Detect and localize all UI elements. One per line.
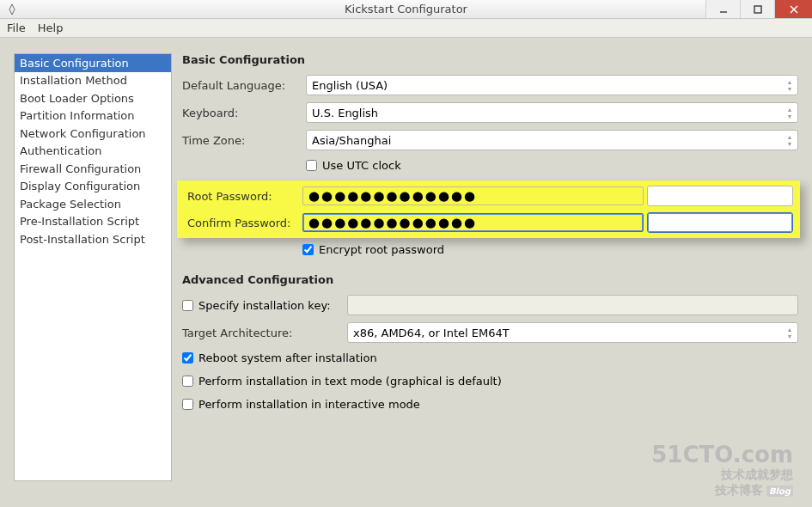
label-text-mode: Perform installation in text mode (graph…	[198, 375, 502, 388]
spinner-icon: ▴▾	[784, 132, 796, 148]
window-controls	[705, 0, 812, 18]
checkbox-text-mode[interactable]	[182, 376, 193, 387]
label-default-language: Default Language:	[182, 79, 302, 92]
checkbox-encrypt-root[interactable]	[302, 244, 314, 255]
menu-file[interactable]: File	[7, 21, 26, 34]
maximize-button[interactable]	[740, 0, 774, 18]
sidebar-item-pre-installation-script[interactable]: Pre-Installation Script	[15, 213, 171, 231]
sidebar-item-firewall-configuration[interactable]: Firewall Configuration	[15, 160, 171, 178]
input-root-password-tail[interactable]	[647, 186, 793, 206]
label-encrypt-root: Encrypt root password	[319, 243, 444, 256]
combo-target-arch[interactable]: x86, AMD64, or Intel EM64T ▴▾	[347, 322, 798, 343]
section-title-basic: Basic Configuration	[182, 53, 798, 66]
checkbox-reboot[interactable]	[182, 352, 193, 363]
input-installation-key[interactable]	[347, 295, 798, 315]
combo-keyboard-value: U.S. English	[312, 107, 378, 119]
label-use-utc: Use UTC clock	[322, 159, 401, 172]
sidebar-item-partition-information[interactable]: Partition Information	[15, 107, 171, 125]
minimize-button[interactable]	[705, 0, 740, 18]
section-title-advanced: Advanced Configuration	[182, 273, 798, 286]
label-target-arch: Target Architecture:	[182, 327, 347, 339]
svg-rect-1	[754, 6, 761, 13]
sidebar-item-authentication[interactable]: Authentication	[15, 143, 171, 161]
sidebar-item-installation-method[interactable]: Installation Method	[15, 72, 171, 90]
checkbox-specify-key[interactable]	[182, 300, 193, 311]
input-confirm-password-tail[interactable]	[647, 212, 793, 233]
sidebar-item-package-selection[interactable]: Package Selection	[15, 195, 171, 213]
input-confirm-password[interactable]	[302, 213, 644, 232]
spinner-icon: ▴▾	[784, 105, 796, 120]
combo-default-language[interactable]: English (USA) ▴▾	[306, 75, 798, 95]
combo-target-arch-value: x86, AMD64, or Intel EM64T	[353, 327, 510, 339]
label-keyboard: Keyboard:	[182, 107, 302, 119]
sidebar-item-network-configuration[interactable]: Network Configuration	[15, 125, 171, 143]
sidebar-item-boot-loader-options[interactable]: Boot Loader Options	[15, 89, 171, 107]
sidebar-item-basic-configuration[interactable]: Basic Configuration	[15, 54, 171, 72]
spinner-icon: ▴▾	[784, 77, 796, 93]
label-time-zone: Time Zone:	[182, 134, 302, 147]
checkbox-use-utc[interactable]	[306, 160, 317, 171]
combo-time-zone[interactable]: Asia/Shanghai ▴▾	[306, 130, 798, 150]
input-root-password[interactable]	[302, 186, 644, 205]
sidebar-item-post-installation-script[interactable]: Post-Installation Script	[15, 230, 171, 248]
combo-default-language-value: English (USA)	[312, 79, 388, 92]
app-icon	[5, 3, 19, 16]
spinner-icon: ▴▾	[784, 325, 796, 340]
titlebar: Kickstart Configurator	[0, 0, 812, 19]
menubar: File Help	[0, 19, 812, 38]
checkbox-interactive-mode[interactable]	[182, 399, 193, 410]
label-reboot: Reboot system after installation	[198, 351, 377, 364]
label-root-password: Root Password:	[187, 190, 302, 203]
combo-keyboard[interactable]: U.S. English ▴▾	[306, 102, 798, 123]
sidebar-item-display-configuration[interactable]: Display Configuration	[15, 178, 171, 196]
close-button[interactable]	[774, 0, 812, 18]
menu-help[interactable]: Help	[38, 21, 64, 34]
label-specify-key: Specify installation key:	[198, 299, 331, 312]
combo-time-zone-value: Asia/Shanghai	[312, 134, 391, 147]
window-title: Kickstart Configurator	[0, 3, 812, 15]
sidebar: Basic Configuration Installation Method …	[14, 53, 172, 481]
label-interactive-mode: Perform installation in interactive mode	[198, 398, 420, 411]
highlighted-password-area: Root Password: Confirm Password:	[177, 180, 800, 238]
label-confirm-password: Confirm Password:	[187, 217, 302, 229]
